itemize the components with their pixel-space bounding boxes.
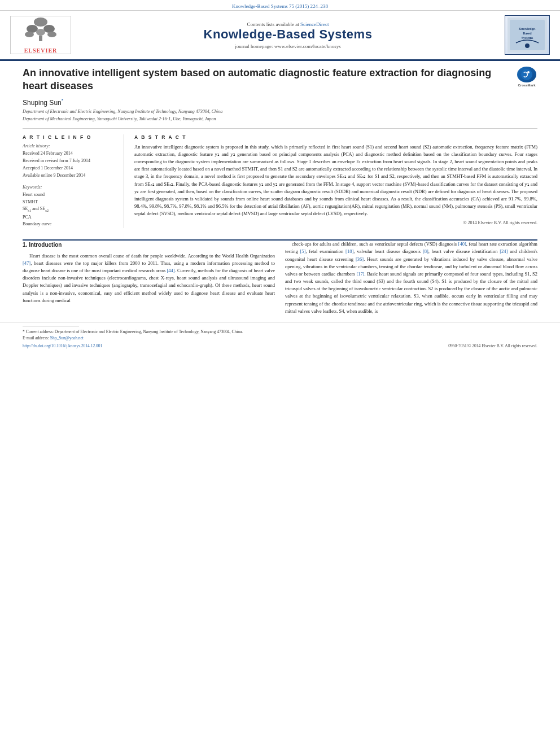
history-label: Article history: [23, 143, 116, 148]
svg-rect-4 [39, 36, 42, 41]
body-columns: 1. Introduction Heart disease is the mos… [0, 241, 560, 318]
footnote-email: E-mail address: Shp_Sun@yeah.net [23, 335, 537, 341]
email-link[interactable]: Shp_Sun@yeah.net [50, 335, 84, 340]
svg-point-0 [34, 18, 47, 27]
svg-point-1 [27, 25, 38, 33]
svg-point-2 [43, 25, 55, 33]
svg-point-6 [47, 32, 56, 37]
abstract-section: A B S T R A C T An innovative intelligen… [134, 134, 537, 228]
accepted-date: Accepted 1 December 2014 [23, 165, 116, 172]
contents-label: Contents lists available at [247, 21, 299, 27]
article-content-area: An innovative intelligent system based o… [0, 61, 560, 239]
elsevier-logo: ELSEVIER [10, 16, 71, 54]
article-title-block: An innovative intelligent system based o… [23, 67, 537, 93]
keyword-5: Boundary curve [23, 221, 116, 228]
svg-point-13 [521, 69, 532, 80]
footer-copyright: 0950-7051/© 2014 Elsevier B.V. All right… [448, 343, 537, 348]
contents-available-line: Contents lists available at ScienceDirec… [71, 21, 505, 27]
crossmark-label: CrossMark [518, 84, 535, 88]
journal-ref-text: Knowledge-Based Systems 75 (2015) 224–23… [232, 3, 328, 9]
revised-date: Received in revised form 7 July 2014 [23, 158, 116, 164]
footer-doi[interactable]: http://dx.doi.org/10.1016/j.knosys.2014.… [23, 343, 102, 348]
article-meta-row: A R T I C L E I N F O Article history: R… [23, 134, 537, 228]
keyword-1: Heart sound [23, 191, 116, 199]
article-info-heading: A R T I C L E I N F O [23, 134, 116, 140]
elsevier-tree-icon [18, 16, 63, 46]
author-name: Shuping Sun* [23, 98, 537, 107]
svg-point-3 [36, 29, 45, 36]
journal-header: ELSEVIER Contents lists available at Sci… [0, 11, 560, 61]
footnote-area: * Current address: Department of Electro… [0, 322, 560, 342]
keyword-3: SEs1 and SEs2 [23, 206, 116, 213]
keyword-4: PCA [23, 214, 116, 221]
affiliation-1: Department of Electronic and Electric En… [23, 108, 537, 115]
footnote-current-address: * Current address: Department of Electro… [23, 329, 537, 335]
svg-point-5 [25, 32, 34, 37]
footnote-divider [23, 326, 79, 326]
journal-center-info: Contents lists available at ScienceDirec… [71, 21, 505, 49]
abstract-text: An innovative intelligent diagnostic sys… [134, 143, 537, 218]
journal-homepage: journal homepage: www.elsevier.com/locat… [71, 43, 505, 49]
svg-text:Systems: Systems [522, 36, 533, 40]
copyright-line: © 2014 Elsevier B.V. All rights reserved… [134, 220, 537, 225]
svg-text:Knowledge-: Knowledge- [519, 27, 536, 30]
title-divider [23, 128, 537, 129]
footer-links: http://dx.doi.org/10.1016/j.knosys.2014.… [0, 341, 560, 353]
received-date: Received 24 February 2014 [23, 150, 116, 157]
keywords-heading: Keywords: [23, 185, 116, 190]
svg-point-14 [527, 71, 530, 73]
intro-section-title: 1. Introduction [23, 241, 275, 250]
affiliation-2: Department of Mechanical Engineering, Ya… [23, 116, 537, 123]
journal-cover-logo: Knowledge- Based Systems [505, 15, 550, 55]
elsevier-brand-text: ELSEVIER [24, 47, 58, 54]
journal-title: Knowledge-Based Systems [71, 27, 505, 42]
article-title-text: An innovative intelligent system based o… [23, 67, 516, 93]
svg-text:Based: Based [523, 32, 532, 35]
crossmark-badge[interactable]: CrossMark [516, 67, 537, 88]
intro-paragraph-1: Heart disease is the most common overall… [23, 252, 275, 304]
sciencedirect-link[interactable]: ScienceDirect [300, 21, 329, 27]
crossmark-icon [517, 67, 536, 82]
article-info-panel: A R T I C L E I N F O Article history: R… [23, 134, 124, 228]
keyword-2: STMHT [23, 199, 116, 206]
body-left-column: 1. Introduction Heart disease is the mos… [23, 241, 275, 318]
keywords-section: Keywords: Heart sound STMHT SEs1 and SEs… [23, 185, 116, 228]
intro-paragraph-2: check-ups for adults and children, such … [285, 241, 537, 315]
available-date: Available online 9 December 2014 [23, 172, 116, 179]
journal-reference-bar: Knowledge-Based Systems 75 (2015) 224–23… [0, 0, 560, 11]
abstract-heading: A B S T R A C T [134, 134, 537, 140]
svg-point-12 [525, 43, 530, 48]
body-right-column: check-ups for adults and children, such … [285, 241, 537, 318]
